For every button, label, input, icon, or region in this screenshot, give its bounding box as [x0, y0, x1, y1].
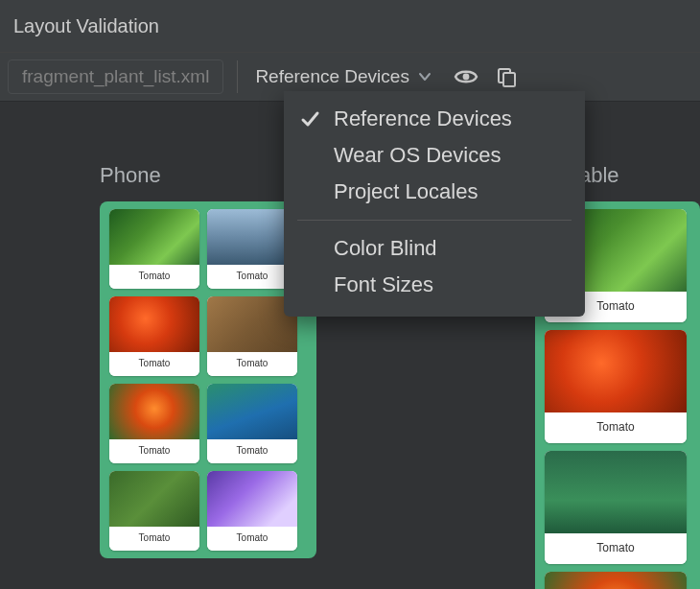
visibility-icon[interactable] [454, 64, 478, 89]
copy-icon[interactable] [494, 64, 519, 89]
dropdown-item-color-blind[interactable]: Color Blind [284, 230, 585, 267]
svg-rect-2 [503, 73, 515, 86]
svg-point-0 [463, 74, 470, 81]
card-thumbnail [545, 451, 687, 533]
device-set-dropdown-popup: Reference Devices Wear OS Devices Projec… [284, 91, 585, 317]
breadcrumb-file[interactable]: fragment_plant_list.xml [8, 59, 223, 94]
card-thumbnail [207, 471, 297, 527]
chevron-down-icon [417, 69, 432, 84]
card-label: Tomato [207, 439, 297, 463]
dropdown-separator [297, 220, 572, 221]
card-label: Tomato [545, 533, 687, 564]
dropdown-item-project-locales[interactable]: Project Locales [284, 174, 585, 210]
card-thumbnail [207, 384, 297, 439]
card-label: Tomato [109, 352, 199, 376]
check-icon [297, 108, 322, 130]
preview-card[interactable]: Tomato [545, 330, 687, 443]
dropdown-item-label: Project Locales [334, 179, 478, 204]
dropdown-item-wear-os[interactable]: Wear OS Devices [284, 137, 585, 174]
card-label: Tomato [207, 352, 297, 376]
card-label: Tomato [109, 527, 199, 551]
dropdown-item-label: Reference Devices [334, 106, 512, 131]
card-thumbnail [109, 296, 199, 352]
dropdown-item-label: Wear OS Devices [334, 143, 501, 168]
toolbar-icon-group [454, 64, 519, 89]
panel-title: Layout Validation [13, 15, 159, 37]
preview-card[interactable]: Tomato [109, 384, 199, 463]
card-label: Tomato [109, 265, 199, 289]
panel-header: Layout Validation [0, 0, 700, 53]
card-thumbnail [545, 330, 687, 412]
device-label-right: able [579, 163, 700, 188]
dropdown-item-label: Color Blind [334, 236, 437, 261]
card-thumbnail [109, 384, 199, 439]
preview-card[interactable]: Tomato [109, 296, 199, 376]
preview-card[interactable]: Tomato [207, 471, 297, 551]
preview-card[interactable]: Tomato [109, 209, 199, 289]
toolbar-separator [237, 60, 238, 93]
card-label: Tomato [109, 439, 199, 463]
preview-card[interactable]: Tomato [545, 572, 687, 589]
preview-card[interactable]: Tomato [207, 384, 297, 463]
preview-card[interactable]: Tomato [545, 451, 687, 564]
dropdown-item-label: Font Sizes [334, 272, 433, 297]
device-set-dropdown-label: Reference Devices [255, 66, 409, 87]
dropdown-item-font-sizes[interactable]: Font Sizes [284, 267, 585, 303]
card-thumbnail [109, 471, 199, 527]
dropdown-item-reference-devices[interactable]: Reference Devices [284, 101, 585, 137]
card-thumbnail [545, 572, 687, 589]
preview-card[interactable]: Tomato [109, 471, 199, 551]
card-thumbnail [109, 209, 199, 265]
card-label: Tomato [207, 527, 297, 551]
card-label: Tomato [545, 412, 687, 443]
device-set-dropdown[interactable]: Reference Devices [249, 62, 438, 91]
